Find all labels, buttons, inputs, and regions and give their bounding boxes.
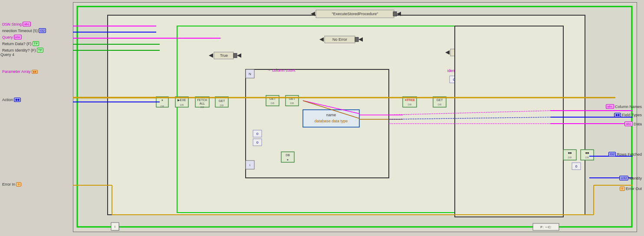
identity-output: U32 Identity xyxy=(619,176,642,180)
svg-text:DB: DB xyxy=(286,154,290,157)
svg-text:DB: DB xyxy=(200,106,204,108)
column-names-output: abc Column Names xyxy=(606,104,642,109)
svg-text:*: * xyxy=(161,99,163,104)
return-data-label: Return Data? (F) TF xyxy=(2,41,39,46)
return-identity-label: Return Identity? (F) TF xyxy=(2,48,43,52)
query-label-el: Query abc xyxy=(2,35,22,39)
svg-text:DB: DB xyxy=(438,103,441,106)
svg-text:■: ■ xyxy=(287,158,289,161)
rows-fetched-output: I32 Rows Fetched xyxy=(608,152,642,157)
return-data-badge: TF xyxy=(33,41,39,46)
svg-text:GET: GET xyxy=(219,99,225,102)
return-identity-badge: TF xyxy=(37,48,44,52)
left-panel: DSN String abc nnection Timeout (5) I32 … xyxy=(0,0,74,236)
svg-text:DB: DB xyxy=(220,104,223,107)
svg-rect-76 xyxy=(455,26,563,217)
param-badge: ■■ xyxy=(32,70,38,74)
data-output: abc Data xyxy=(624,121,642,126)
svg-text:DB: DB xyxy=(290,102,294,105)
svg-text:→ column count: → column count xyxy=(267,68,296,72)
svg-text:FETCH: FETCH xyxy=(197,98,207,102)
query-4-label: Query 4 xyxy=(0,52,14,57)
svg-text:True: True xyxy=(220,53,228,58)
svg-text:i: i xyxy=(250,163,250,167)
dsn-badge: abc xyxy=(23,22,31,26)
svg-text:ALL: ALL xyxy=(200,102,205,105)
svg-text:N: N xyxy=(249,72,251,76)
svg-rect-16 xyxy=(233,53,237,58)
svg-text:name: name xyxy=(326,113,336,117)
timeout-label: nnection Timeout (5) I32 xyxy=(2,28,46,33)
svg-text:F: ↔C:: F: ↔C: xyxy=(540,225,551,229)
action-label: Action ◆◆ xyxy=(2,98,21,102)
svg-text:GET: GET xyxy=(437,98,443,102)
svg-text:0: 0 xyxy=(256,141,259,144)
svg-text:0: 0 xyxy=(256,132,259,136)
svg-text:■■: ■■ xyxy=(568,151,572,154)
svg-text:DB: DB xyxy=(568,156,572,159)
svg-text:"ExecuteStoredProcedure": "ExecuteStoredProcedure" xyxy=(332,12,378,16)
svg-text:DB: DB xyxy=(408,103,411,106)
error-in-label: Error In ⊕ xyxy=(2,182,21,187)
svg-text:database data type: database data type xyxy=(315,119,348,123)
svg-text:DB: DB xyxy=(180,104,184,106)
svg-rect-6 xyxy=(393,12,397,16)
svg-text:✕FREE: ✕FREE xyxy=(404,98,415,102)
svg-rect-50 xyxy=(303,110,359,127)
action-badge: ◆◆ xyxy=(14,98,21,102)
svg-text:▶EXE: ▶EXE xyxy=(177,98,186,102)
dsn-label: DSN String abc xyxy=(2,22,31,26)
svg-text:0: 0 xyxy=(575,164,578,168)
error-out-output: ⊕ Error Out xyxy=(620,187,642,191)
svg-text:No Error: No Error xyxy=(332,37,347,42)
diagram-canvas: "ExecuteStoredProcedure" No Error True T… xyxy=(73,2,637,232)
svg-text:DB: DB xyxy=(161,105,164,108)
query-badge: abc xyxy=(14,35,22,39)
output-labels: abc Column Names ◆◆ Field Types abc Data… xyxy=(585,0,644,236)
param-array-label: Parameter Array ■■ xyxy=(2,69,38,74)
svg-rect-11 xyxy=(355,37,358,42)
timeout-badge: I32 xyxy=(39,28,46,33)
svg-text:i: i xyxy=(115,225,115,229)
field-types-output: ◆◆ Field Types xyxy=(614,113,642,117)
main-container: DSN String abc nnection Timeout (5) I32 … xyxy=(0,0,644,236)
svg-text:DB: DB xyxy=(271,102,274,105)
error-in-badge: ⊕ xyxy=(16,182,21,187)
